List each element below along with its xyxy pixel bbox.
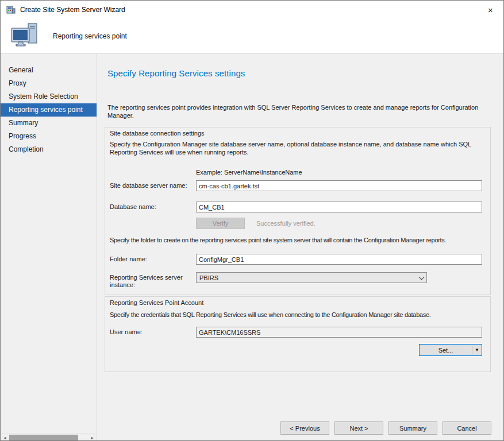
- rsp-account-group: Reporting Services Point Account Specify…: [105, 296, 491, 372]
- sidebar-item-progress[interactable]: Progress: [1, 130, 97, 143]
- folder-name-input[interactable]: [196, 254, 482, 265]
- sidebar-item-general[interactable]: General: [1, 64, 97, 77]
- sidebar-item-reporting-services-point[interactable]: Reporting services point: [1, 103, 97, 117]
- reporting-services-instance-select[interactable]: PBIRS: [196, 272, 427, 283]
- wizard-content: Specify Reporting Services settings The …: [97, 54, 503, 441]
- site-db-group-title: Site database connection settings: [110, 130, 482, 137]
- next-button[interactable]: Next >: [334, 421, 383, 435]
- site-db-connection-group: Site database connection settings Specif…: [105, 127, 491, 295]
- window-title: Create Site System Server Wizard: [20, 6, 125, 14]
- folder-name-label: Folder name:: [110, 254, 196, 263]
- dropdown-arrow-icon[interactable]: ▼: [472, 346, 482, 354]
- page-intro: The reporting services point provides in…: [107, 103, 486, 119]
- set-button-label: Set...: [420, 347, 472, 354]
- verify-button[interactable]: Verify: [196, 218, 245, 229]
- wizard-steps: General Proxy System Role Selection Repo…: [1, 54, 97, 441]
- database-name-input[interactable]: [196, 202, 482, 212]
- wizard-header: Reporting services point: [1, 19, 503, 53]
- folder-desc-text: Specify the folder to create on the repo…: [110, 236, 482, 244]
- site-database-server-label: Site database server name:: [110, 180, 196, 189]
- summary-button[interactable]: Summary: [388, 421, 437, 435]
- scrollbar-thumb[interactable]: [9, 435, 78, 441]
- sidebar-item-system-role-selection[interactable]: System Role Selection: [1, 90, 97, 103]
- database-name-label: Database name:: [110, 202, 196, 211]
- titlebar: Create Site System Server Wizard ×: [1, 1, 503, 19]
- reporting-services-instance-label: Reporting Services server instance:: [110, 272, 196, 289]
- close-icon[interactable]: ×: [478, 1, 503, 19]
- site-database-server-input[interactable]: [196, 180, 482, 191]
- user-name-input[interactable]: [196, 327, 482, 338]
- page-title: Specify Reporting Services settings: [107, 68, 503, 78]
- verify-status-text: Successfully verified.: [256, 220, 316, 227]
- sidebar-item-completion[interactable]: Completion: [1, 143, 97, 156]
- example-text: Example: ServerName\InstanceName: [196, 169, 302, 176]
- wizard-window: Create Site System Server Wizard × Repor…: [0, 0, 504, 441]
- scroll-right-icon[interactable]: ►: [88, 434, 97, 441]
- rsp-account-desc: Specify the credentials that SQL Reporti…: [110, 311, 482, 319]
- computer-icon: [9, 22, 40, 50]
- previous-button[interactable]: < Previous: [280, 421, 329, 435]
- wizard-footer: < Previous Next > Summary Cancel: [280, 421, 491, 435]
- spacer: [110, 169, 196, 171]
- chevron-down-icon[interactable]: [416, 273, 426, 283]
- site-db-group-desc: Specify the Configuration Manager site d…: [110, 140, 482, 156]
- scroll-left-icon[interactable]: ◄: [1, 434, 9, 441]
- cancel-button[interactable]: Cancel: [443, 421, 491, 435]
- set-button[interactable]: Set... ▼: [419, 344, 482, 356]
- sidebar-item-proxy[interactable]: Proxy: [1, 77, 97, 90]
- spacer: [110, 223, 196, 225]
- selected-instance-value: PBIRS: [199, 274, 416, 281]
- rsp-account-group-title: Reporting Services Point Account: [110, 299, 482, 306]
- app-icon: [6, 5, 16, 14]
- wizard-page-name: Reporting services point: [53, 32, 127, 40]
- user-name-label: User name:: [110, 327, 196, 336]
- horizontal-scrollbar[interactable]: ◄ ►: [1, 433, 97, 441]
- sidebar-item-summary[interactable]: Summary: [1, 117, 97, 130]
